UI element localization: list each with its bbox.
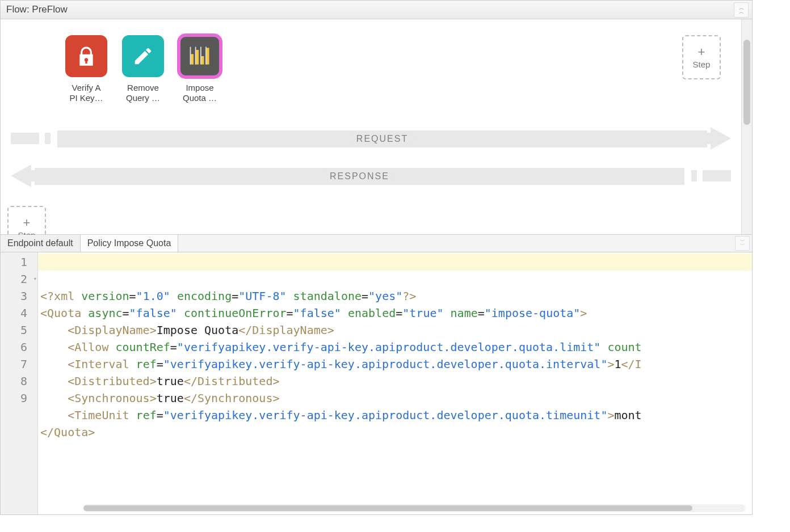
collapse-toggle-icon[interactable]: ︿︿: [734, 2, 749, 18]
arrow-left-icon: [11, 164, 31, 187]
quota-icon: [179, 35, 221, 77]
pencil-icon: [122, 35, 164, 77]
expand-toggle-icon[interactable]: ﹀﹀: [735, 236, 750, 251]
policy-impose-quota[interactable]: ImposeQuota …: [177, 35, 223, 103]
line-gutter: 1 2▾ 3 4 5 6 7 8 9: [1, 252, 38, 514]
flow-scrollbar[interactable]: [741, 19, 752, 234]
plus-icon: +: [698, 46, 705, 58]
code-editor[interactable]: <?xml version="1.0" encoding="UTF-8" sta…: [38, 252, 752, 514]
code-horizontal-scrollbar[interactable]: [83, 504, 745, 512]
tab-policy-impose-quota[interactable]: Policy Impose Quota: [81, 235, 179, 252]
flow-title: Flow: PreFlow: [6, 4, 68, 15]
tab-endpoint-default[interactable]: Endpoint default: [1, 235, 81, 252]
add-step-button[interactable]: + Step: [682, 35, 721, 79]
policy-verify-api-key[interactable]: Verify API Key…: [63, 35, 110, 103]
arrow-right-icon: [711, 127, 731, 150]
lock-icon: [65, 35, 107, 77]
response-flow-bar: RESPONSE: [35, 168, 684, 185]
request-flow-bar: REQUEST: [57, 130, 707, 147]
plus-icon: +: [23, 217, 31, 229]
flow-diagram-pane: Verify API Key… RemoveQuery …: [1, 19, 752, 235]
policy-remove-query[interactable]: RemoveQuery …: [120, 35, 166, 103]
